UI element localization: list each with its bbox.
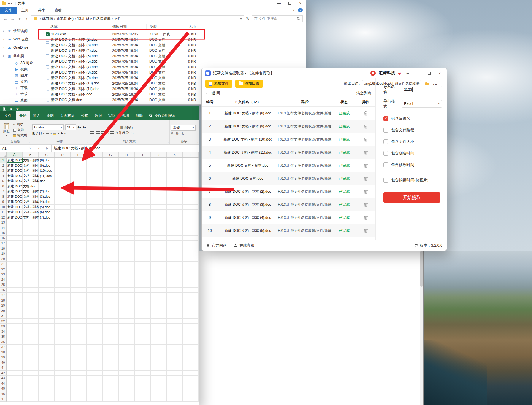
- cell-H43[interactable]: [119, 376, 135, 381]
- cell-A18[interactable]: [7, 246, 23, 251]
- option-包含拍摄时间(仅图片)[interactable]: 包含拍摄时间(仅图片): [383, 174, 442, 186]
- cell-C32[interactable]: [39, 319, 55, 324]
- cell-G4[interactable]: [103, 173, 119, 179]
- row-header-24[interactable]: 24: [0, 277, 7, 283]
- cell-E40[interactable]: [71, 360, 87, 366]
- cell-J27[interactable]: [151, 293, 167, 298]
- cell-A17[interactable]: [7, 241, 23, 246]
- search-icon[interactable]: [297, 17, 300, 20]
- row-header-31[interactable]: 31: [0, 313, 7, 319]
- cell-A29[interactable]: [7, 303, 23, 308]
- cell-D14[interactable]: [55, 225, 71, 231]
- cell-F27[interactable]: [87, 293, 103, 298]
- cell-F21[interactable]: [87, 262, 103, 267]
- cell-I39[interactable]: [135, 355, 151, 360]
- breadcrumb-drive[interactable]: 新加卷 (F:): [56, 16, 74, 21]
- cell-I8[interactable]: [135, 194, 151, 200]
- extractor-row-7[interactable]: 7新建 DOC 文档 - 副本 (2).docF:/13.汇帮文件名提取器/文件…: [202, 185, 375, 198]
- cell-G42[interactable]: [103, 371, 119, 376]
- row-header-34[interactable]: 34: [0, 329, 7, 334]
- close-button[interactable]: ×: [436, 71, 444, 76]
- row-header-21[interactable]: 21: [0, 262, 7, 267]
- cell-A25[interactable]: [7, 282, 23, 288]
- column-header-G[interactable]: G: [103, 152, 119, 157]
- cell-B16[interactable]: [23, 236, 39, 241]
- cell-F38[interactable]: [87, 350, 103, 355]
- extractor-titlebar[interactable]: 汇帮文件名提取器 - 【文件名提取】 汇帮科技 ♥ ≡ — ×: [202, 68, 447, 78]
- header-no[interactable]: 编号: [202, 100, 218, 105]
- row-header-40[interactable]: 40: [0, 360, 7, 366]
- row-header-9[interactable]: 9: [0, 199, 7, 205]
- option-包含后缀名[interactable]: ✓包含后缀名: [383, 113, 442, 124]
- cell-A16[interactable]: [7, 236, 23, 241]
- cell-D21[interactable]: [55, 262, 71, 267]
- row-header-14[interactable]: 14: [0, 225, 7, 231]
- cell-A31[interactable]: [7, 313, 23, 319]
- cell-J14[interactable]: [151, 225, 167, 231]
- align-middle-icon[interactable]: [96, 126, 100, 129]
- cell-H39[interactable]: [119, 355, 135, 360]
- sidebar-item-图片[interactable]: ▨图片: [0, 72, 42, 79]
- cell-D20[interactable]: [55, 256, 71, 262]
- cell-H13[interactable]: [119, 220, 135, 225]
- cell-H24[interactable]: [119, 277, 135, 283]
- cell-J38[interactable]: [151, 350, 167, 355]
- cell-G41[interactable]: [103, 365, 119, 371]
- cell-G34[interactable]: [103, 329, 119, 334]
- cell-C36[interactable]: [39, 339, 55, 345]
- cell-B19[interactable]: [23, 251, 39, 256]
- option-包含创建时间[interactable]: 包含创建时间: [383, 147, 442, 159]
- header-filename[interactable]: ▼文件名（12）: [218, 100, 278, 105]
- cell-B15[interactable]: [23, 230, 39, 236]
- cell-G9[interactable]: [103, 199, 119, 205]
- cell-L35[interactable]: [183, 334, 199, 339]
- cell-H17[interactable]: [119, 241, 135, 246]
- cell-H19[interactable]: [119, 251, 135, 256]
- cell-G24[interactable]: [103, 277, 119, 283]
- cell-I21[interactable]: [135, 262, 151, 267]
- breadcrumb[interactable]: › 此电脑 › 新加卷 (F:) › 13.汇帮文件名提取器 › 文件 ▾: [31, 15, 244, 22]
- column-header-L[interactable]: L: [183, 152, 199, 157]
- cell-F2[interactable]: [87, 163, 103, 168]
- cell-G22[interactable]: [103, 267, 119, 272]
- cell-G29[interactable]: [103, 303, 119, 308]
- background-scrollbar[interactable]: [420, 251, 423, 405]
- redo-icon[interactable]: ↻: [16, 107, 19, 111]
- cell-H40[interactable]: [119, 360, 135, 366]
- cell-G44[interactable]: [103, 381, 119, 386]
- cell-K23[interactable]: [167, 272, 183, 277]
- cell-A39[interactable]: [7, 355, 23, 360]
- cell-A27[interactable]: [7, 293, 23, 298]
- cell-J42[interactable]: [151, 371, 167, 376]
- cell-A30[interactable]: [7, 308, 23, 314]
- cell-A32[interactable]: [7, 319, 23, 324]
- cell-L40[interactable]: [183, 360, 199, 366]
- cell-L15[interactable]: [183, 230, 199, 236]
- cell-G36[interactable]: [103, 339, 119, 345]
- cell-H23[interactable]: [119, 272, 135, 277]
- cell-I20[interactable]: [135, 256, 151, 262]
- name-box[interactable]: A1: [0, 145, 26, 152]
- cell-H29[interactable]: [119, 303, 135, 308]
- cell-E5[interactable]: [71, 178, 87, 184]
- cell-L6[interactable]: [183, 184, 199, 189]
- cell-D34[interactable]: [55, 329, 71, 334]
- cell-A41[interactable]: [7, 365, 23, 371]
- cell-I42[interactable]: [135, 371, 151, 376]
- header-path[interactable]: 路径: [278, 100, 332, 105]
- cell-G35[interactable]: [103, 334, 119, 339]
- cell-D1[interactable]: [55, 158, 71, 163]
- ribbon-collapse-icon[interactable]: ∨: [292, 8, 295, 12]
- cell-K33[interactable]: [167, 324, 183, 329]
- official-site-link[interactable]: 官方网站: [206, 243, 227, 248]
- cell-B13[interactable]: [23, 220, 39, 225]
- cell-K9[interactable]: [167, 199, 183, 205]
- comma-format-icon[interactable]: 9,: [181, 132, 184, 135]
- cell-A38[interactable]: [7, 350, 23, 355]
- row-header-6[interactable]: 6: [0, 184, 7, 189]
- cell-G45[interactable]: [103, 386, 119, 391]
- font-name-select[interactable]: Calibri▾: [32, 124, 64, 130]
- cell-B17[interactable]: [23, 241, 39, 246]
- cell-J36[interactable]: [151, 339, 167, 345]
- cell-J30[interactable]: [151, 308, 167, 314]
